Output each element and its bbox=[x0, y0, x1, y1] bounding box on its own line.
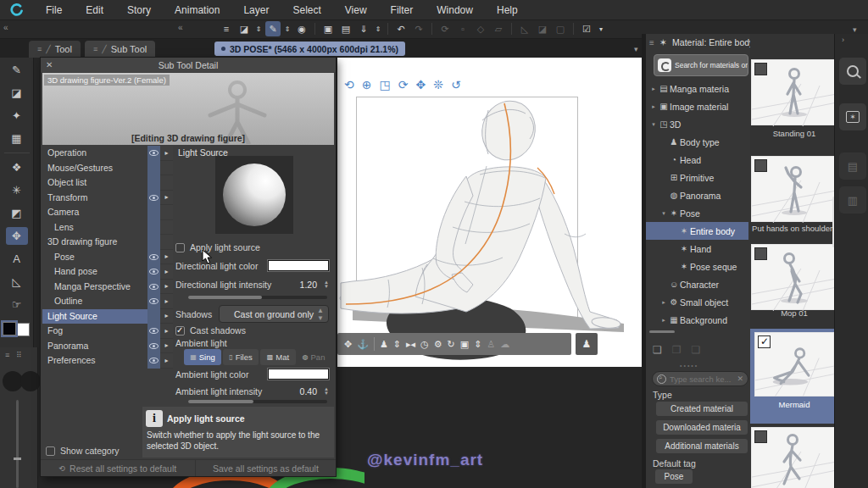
visibility-eye-icon[interactable] bbox=[147, 175, 160, 191]
reset-view-icon[interactable]: ↺ bbox=[451, 78, 461, 92]
expand-arrow-icon[interactable] bbox=[160, 339, 173, 354]
close-icon[interactable]: ✕ bbox=[46, 60, 53, 69]
category-fog[interactable]: Fog bbox=[42, 324, 173, 339]
visibility-eye-icon[interactable] bbox=[147, 146, 160, 161]
expand-arrow-icon[interactable] bbox=[160, 146, 173, 161]
pen-tool-icon[interactable]: ✎ bbox=[6, 61, 28, 79]
object-tool-icon[interactable]: ✥ bbox=[6, 227, 28, 245]
menu-filter[interactable]: Filter bbox=[379, 0, 426, 20]
blend-tool-icon[interactable]: ❖ bbox=[6, 158, 28, 176]
drag-handle-icon[interactable]: ⠿ bbox=[16, 351, 22, 359]
hand-setup-icon[interactable]: ♙ bbox=[487, 339, 495, 350]
tree-scrollbar[interactable] bbox=[649, 330, 675, 333]
menu-view[interactable]: View bbox=[333, 0, 379, 20]
category-light-source[interactable]: Light Source bbox=[42, 309, 173, 324]
thumbnail-checkbox[interactable] bbox=[754, 63, 767, 75]
chevron-down-icon[interactable]: ▾ bbox=[659, 210, 668, 217]
eraser-tool-icon[interactable]: ◪ bbox=[6, 84, 28, 102]
collapse-panel-icon[interactable]: « bbox=[3, 23, 8, 32]
category-transform[interactable]: Transform bbox=[42, 191, 173, 206]
expand-arrow-icon[interactable] bbox=[160, 161, 173, 176]
category-operation[interactable]: Operation bbox=[42, 146, 173, 161]
category-manga-perspective[interactable]: Manga Perspective bbox=[42, 280, 173, 295]
gradient-tool-icon[interactable]: ◩ bbox=[6, 204, 28, 222]
object-snap-icon[interactable]: ❊ bbox=[433, 78, 443, 92]
visibility-eye-icon[interactable] bbox=[147, 339, 160, 354]
undo-icon[interactable]: ↶ bbox=[393, 21, 409, 36]
layer-stack-button-2[interactable]: ▥ bbox=[839, 186, 866, 214]
ambient-single-color-button[interactable]: ▦Sing bbox=[184, 349, 221, 365]
tree-body-type[interactable]: ♟Body type bbox=[646, 133, 748, 151]
visibility-eye-icon[interactable] bbox=[147, 353, 160, 369]
ruler-tool-icon[interactable]: ◺ bbox=[6, 273, 28, 291]
model-select-icon[interactable]: ♟ bbox=[380, 339, 388, 350]
edit-folder-icon[interactable]: ❏ bbox=[692, 344, 701, 356]
chevron-right-icon[interactable]: ▸ bbox=[659, 317, 668, 324]
expand-arrow-icon[interactable] bbox=[160, 250, 173, 265]
ambient-files-button[interactable]: ▯Files bbox=[223, 349, 259, 365]
fill-icon[interactable]: ◪ bbox=[535, 21, 550, 36]
snap-icon[interactable]: ☑ bbox=[579, 21, 594, 36]
visibility-eye-icon[interactable] bbox=[147, 205, 160, 220]
category-lens[interactable]: Lens bbox=[42, 220, 173, 236]
light-direction-preview[interactable] bbox=[215, 156, 293, 234]
save-settings-button[interactable]: Save all settings as default bbox=[196, 460, 336, 476]
stepper-icon[interactable]: ⇕ bbox=[374, 21, 382, 36]
camera-pan-icon[interactable]: ⊕ bbox=[362, 78, 372, 92]
hand-tool-icon[interactable]: ☞ bbox=[6, 296, 28, 313]
thumbnail-checkbox[interactable] bbox=[754, 247, 767, 260]
material-board-button[interactable]: ✶ bbox=[839, 103, 866, 130]
tag-pose-button[interactable]: Pose bbox=[655, 469, 693, 484]
search-input[interactable] bbox=[670, 374, 733, 384]
apply-light-source-checkbox[interactable] bbox=[175, 243, 185, 252]
expand-arrow-icon[interactable] bbox=[160, 294, 173, 309]
hand-pose-icon[interactable]: ☁ bbox=[500, 339, 509, 350]
airbrush-tool-icon[interactable]: ✦ bbox=[6, 107, 28, 125]
move-object-icon[interactable]: ✥ bbox=[344, 339, 352, 350]
body-shape-button[interactable]: ♟ bbox=[576, 333, 598, 355]
tree-hand[interactable]: ✶Hand bbox=[646, 240, 748, 258]
more-icon[interactable]: ▾ bbox=[597, 21, 605, 36]
3d-figure[interactable] bbox=[337, 58, 642, 367]
thumbnail-checkbox-checked[interactable] bbox=[758, 336, 771, 348]
thumbnail-checkbox[interactable] bbox=[754, 159, 767, 172]
thumbnail-partial[interactable] bbox=[751, 427, 836, 488]
tab-sub-tool[interactable]: ≡ ╱ Sub Tool bbox=[85, 41, 155, 58]
ground-anchor-icon[interactable]: ⚓ bbox=[357, 339, 369, 350]
category-pose[interactable]: Pose bbox=[42, 250, 173, 265]
collapse-right-icon[interactable]: › bbox=[842, 36, 844, 44]
expand-arrow-icon[interactable] bbox=[160, 235, 173, 250]
duplicate-folder-icon[interactable]: ❐ bbox=[672, 344, 682, 356]
visibility-eye-icon[interactable] bbox=[147, 280, 160, 295]
category-camera[interactable]: Camera bbox=[42, 205, 173, 220]
tree-entire-body[interactable]: ✶Entire body bbox=[646, 222, 748, 240]
visibility-eye-icon[interactable] bbox=[147, 324, 160, 339]
directional-light-intensity-slider[interactable] bbox=[188, 296, 327, 299]
pose-settings-icon[interactable]: ⚙ bbox=[434, 339, 442, 350]
filter-created-material-button[interactable]: Created material bbox=[656, 402, 748, 416]
main-color-swatch[interactable] bbox=[3, 322, 16, 336]
view-mode-icon[interactable]: ◉ bbox=[294, 21, 309, 36]
chevron-down-icon[interactable]: ▾ bbox=[634, 45, 638, 53]
shadows-dropdown[interactable]: Cast on ground only ▲▼ bbox=[219, 305, 329, 323]
text-tool-icon[interactable]: A bbox=[6, 250, 28, 268]
chevron-down-icon[interactable]: ▾ bbox=[649, 121, 658, 128]
stepper-icon[interactable]: ⇕ bbox=[254, 21, 263, 36]
category-preferences[interactable]: Preferences bbox=[42, 353, 173, 369]
panel-menu-icon[interactable]: ≡ bbox=[5, 351, 9, 359]
menu-window[interactable]: Window bbox=[425, 0, 485, 20]
crop-icon[interactable]: ◺ bbox=[517, 21, 532, 36]
reset-settings-button[interactable]: ⟲Reset all settings to default bbox=[41, 460, 195, 476]
menu-layer[interactable]: Layer bbox=[231, 0, 281, 20]
model-stepper-icon[interactable]: ⇕ bbox=[393, 339, 401, 350]
tab-tool[interactable]: ≡ ╱ Tool bbox=[29, 41, 81, 58]
category-outline[interactable]: Outline bbox=[42, 294, 173, 309]
brush-size-slider[interactable] bbox=[16, 400, 19, 488]
expand-arrow-icon[interactable] bbox=[160, 220, 173, 236]
mirror-pose-icon[interactable]: ▸◂ bbox=[406, 339, 415, 350]
ambient-light-color-swatch[interactable] bbox=[268, 369, 329, 380]
document-tab[interactable]: 3D POSE* (5466 x 4000px 600dpi 21.1%) bbox=[214, 42, 405, 56]
visibility-eye-icon[interactable] bbox=[147, 235, 160, 250]
invert-selection-icon[interactable]: ◇ bbox=[473, 21, 488, 36]
chevron-down-icon[interactable]: ▾ bbox=[853, 25, 857, 34]
